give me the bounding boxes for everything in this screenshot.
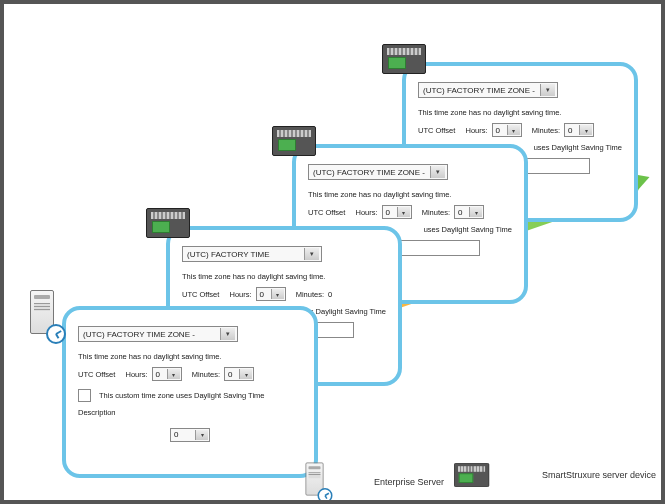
- hours-label: Hours:: [355, 208, 377, 217]
- utc-offset-label: UTC Offset: [308, 208, 345, 217]
- timezone-select-value: (UTC) FACTORY TIME ZONE -: [83, 330, 195, 339]
- chevron-down-icon: ▾: [430, 166, 445, 178]
- config-panel-1: (UTC) FACTORY TIME ZONE - ▾ This time zo…: [62, 306, 318, 478]
- hours-spinner[interactable]: 0▾: [492, 123, 522, 137]
- utc-offset-label: UTC Offset: [418, 126, 455, 135]
- chevron-down-icon: ▾: [507, 125, 520, 135]
- utc-offset-label: UTC Offset: [78, 370, 115, 379]
- utc-offset-label: UTC Offset: [182, 290, 219, 299]
- dst-checkbox[interactable]: [78, 389, 91, 402]
- device-icon: [272, 126, 316, 156]
- dst-note: This time zone has no daylight saving ti…: [308, 190, 512, 199]
- hours-label: Hours:: [229, 290, 251, 299]
- legend-device: SmartStruxure server device: [454, 460, 656, 490]
- timezone-select-value: (UTC) FACTORY TIME ZONE -: [313, 168, 425, 177]
- minutes-label: Minutes:: [296, 290, 324, 299]
- chevron-down-icon: ▾: [304, 248, 319, 260]
- dst-note: This time zone has no daylight saving ti…: [182, 272, 386, 281]
- description-label: Description: [78, 408, 302, 417]
- minutes-value-readonly: 0: [328, 290, 332, 299]
- hours-spinner[interactable]: 0▾: [256, 287, 286, 301]
- enterprise-server-icon: [28, 290, 64, 342]
- minutes-spinner[interactable]: 0▾: [224, 367, 254, 381]
- minutes-label: Minutes:: [532, 126, 560, 135]
- hours-label: Hours:: [465, 126, 487, 135]
- chevron-down-icon: ▾: [239, 369, 252, 379]
- dst-checkbox-label: This custom time zone uses Daylight Savi…: [99, 391, 264, 400]
- device-icon: [382, 44, 426, 74]
- enterprise-server-icon: [304, 463, 331, 502]
- dst-note: This time zone has no daylight saving ti…: [78, 352, 302, 361]
- timezone-select[interactable]: (UTC) FACTORY TIME ZONE - ▾: [308, 164, 448, 180]
- hours-spinner[interactable]: 0▾: [382, 205, 412, 219]
- chevron-down-icon: ▾: [271, 289, 284, 299]
- device-icon: [454, 463, 489, 487]
- chevron-down-icon: ▾: [195, 430, 208, 440]
- chevron-down-icon: ▾: [397, 207, 410, 217]
- chevron-down-icon: ▾: [167, 369, 180, 379]
- legend-enterprise: Enterprise Server: [304, 456, 444, 504]
- legend-enterprise-label: Enterprise Server: [374, 477, 444, 487]
- timezone-select[interactable]: (UTC) FACTORY TIME ▾: [182, 246, 322, 262]
- minutes-spinner[interactable]: 0▾: [564, 123, 594, 137]
- legend-device-label: SmartStruxure server device: [542, 470, 656, 480]
- extra-spinner[interactable]: 0▾: [170, 428, 210, 442]
- device-icon: [146, 208, 190, 238]
- chevron-down-icon: ▾: [579, 125, 592, 135]
- diagram-frame: (UTC) FACTORY TIME ZONE - ▾ This time zo…: [0, 0, 665, 504]
- chevron-down-icon: ▾: [469, 207, 482, 217]
- hours-spinner[interactable]: 0▾: [152, 367, 182, 381]
- timezone-select[interactable]: (UTC) FACTORY TIME ZONE - ▾: [418, 82, 558, 98]
- timezone-select[interactable]: (UTC) FACTORY TIME ZONE - ▾: [78, 326, 238, 342]
- timezone-select-value: (UTC) FACTORY TIME: [187, 250, 270, 259]
- chevron-down-icon: ▾: [220, 328, 235, 340]
- clock-icon: [46, 324, 66, 344]
- minutes-spinner[interactable]: 0▾: [454, 205, 484, 219]
- chevron-down-icon: ▾: [540, 84, 555, 96]
- hours-label: Hours:: [125, 370, 147, 379]
- timezone-select-value: (UTC) FACTORY TIME ZONE -: [423, 86, 535, 95]
- minutes-label: Minutes:: [192, 370, 220, 379]
- dst-note: This time zone has no daylight saving ti…: [418, 108, 622, 117]
- clock-icon: [318, 488, 333, 503]
- minutes-label: Minutes:: [422, 208, 450, 217]
